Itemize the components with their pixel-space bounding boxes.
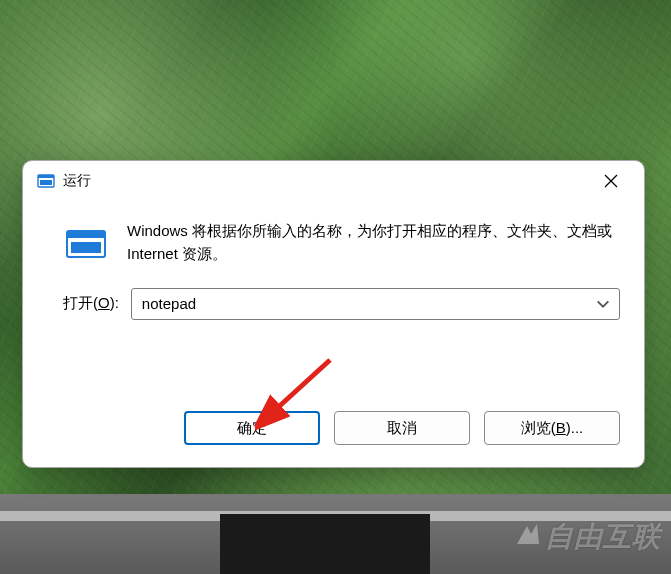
- open-combobox[interactable]: [131, 288, 620, 320]
- run-dialog: 运行 Windows 将根据你所输入的名称，为你打开相应的程序、文件夹、文档或 …: [22, 160, 645, 468]
- ok-button-label: 确定: [237, 419, 267, 438]
- browse-button[interactable]: 浏览(B)...: [484, 411, 620, 445]
- chevron-down-icon[interactable]: [595, 296, 611, 312]
- svg-rect-6: [67, 231, 105, 238]
- ok-button[interactable]: 确定: [184, 411, 320, 445]
- browse-button-label: 浏览(B)...: [521, 419, 584, 438]
- dialog-description: Windows 将根据你所输入的名称，为你打开相应的程序、文件夹、文档或 Int…: [127, 219, 620, 266]
- cancel-button-label: 取消: [387, 419, 417, 438]
- button-row: 确定 取消 浏览(B)...: [23, 411, 644, 467]
- cancel-button[interactable]: 取消: [334, 411, 470, 445]
- svg-rect-1: [38, 175, 54, 178]
- dialog-title: 运行: [63, 172, 588, 190]
- structure-opening: [220, 514, 430, 574]
- svg-rect-2: [40, 180, 52, 185]
- dialog-body: Windows 将根据你所输入的名称，为你打开相应的程序、文件夹、文档或 Int…: [23, 201, 644, 266]
- structure-wall: [0, 494, 671, 574]
- run-title-icon: [37, 172, 55, 190]
- svg-rect-7: [71, 242, 101, 253]
- open-row: 打开(O):: [23, 266, 644, 320]
- close-icon: [604, 174, 618, 188]
- run-app-icon: [65, 223, 107, 265]
- desktop-background: 运行 Windows 将根据你所输入的名称，为你打开相应的程序、文件夹、文档或 …: [0, 0, 671, 574]
- close-button[interactable]: [588, 163, 634, 199]
- titlebar: 运行: [23, 161, 644, 201]
- open-input[interactable]: [140, 294, 595, 313]
- open-label: 打开(O):: [63, 294, 119, 313]
